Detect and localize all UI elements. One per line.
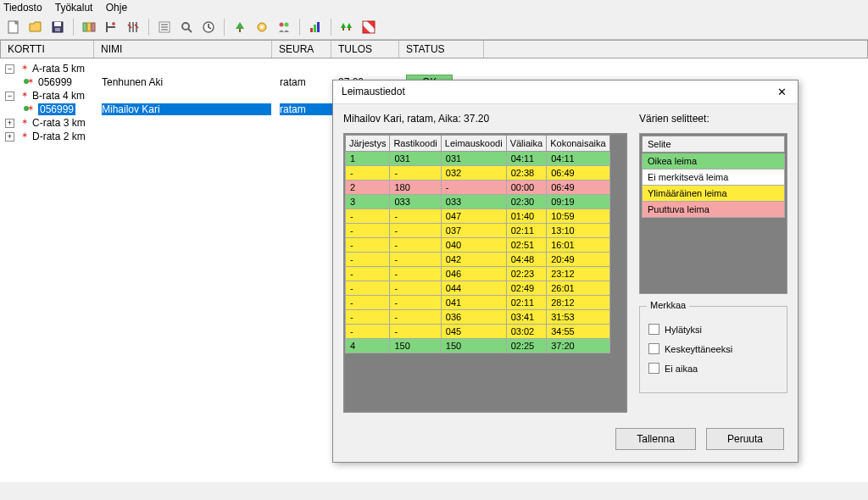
seura-value: ratam — [280, 103, 335, 115]
grid-row[interactable]: --04102:1128:12 — [346, 296, 610, 310]
svg-point-9 — [182, 23, 189, 30]
name-value: Tenhunen Aki — [102, 76, 271, 88]
header-kortti[interactable]: KORTTI — [1, 41, 94, 58]
course-icon — [18, 118, 30, 128]
expand-icon[interactable]: + — [5, 132, 14, 142]
tool3-icon[interactable] — [124, 18, 142, 36]
expand-icon[interactable]: + — [5, 119, 14, 128]
grid-row[interactable]: --04503:0234:55 — [346, 325, 610, 339]
grid-row[interactable]: --03702:1113:10 — [346, 224, 610, 238]
runner-icon — [24, 104, 36, 114]
svg-rect-18 — [317, 22, 320, 32]
kortti-value: 056999 — [38, 76, 72, 88]
course-icon — [18, 131, 30, 142]
chk-hylatyksi[interactable]: Hylätyksi — [648, 324, 778, 335]
dialog-title: Leimaustiedot — [342, 86, 405, 98]
expand-icon[interactable]: − — [5, 64, 14, 74]
menu-help[interactable]: Ohje — [106, 2, 127, 14]
runner-info: Mihailov Kari, ratam, Aika: 37.20 — [343, 113, 627, 125]
grid-row[interactable]: --04402:4926:01 — [346, 281, 610, 296]
course-icon — [18, 91, 30, 101]
grid-row[interactable]: --04602:2323:12 — [346, 267, 610, 281]
expand-icon[interactable]: − — [5, 92, 14, 101]
tree-green-icon[interactable] — [231, 18, 249, 36]
course-label: B-rata 4 km — [32, 90, 85, 102]
checkbox-icon[interactable] — [648, 324, 659, 335]
col-rasti[interactable]: Rastikoodi — [390, 136, 441, 152]
menu-tools[interactable]: Työkalut — [55, 2, 93, 14]
legend-item: Ylimääräinen leima — [642, 186, 785, 202]
legend-title: Värien selitteet: — [639, 113, 787, 125]
legend-box: Selite Oikea leimaEi merkitsevä leimaYli… — [639, 133, 787, 294]
chart-icon[interactable] — [306, 18, 325, 36]
runner-icon — [24, 77, 36, 87]
menu-file[interactable]: Tiedosto — [3, 2, 42, 14]
tree-course[interactable]: −A-rata 5 km — [3, 62, 865, 75]
tool2-icon[interactable] — [102, 18, 120, 36]
merkkaa-title: Merkkaa — [647, 300, 689, 310]
chk-keskeyttaneeksi[interactable]: Keskeyttäneeksi — [648, 343, 778, 354]
toolbar — [0, 15, 868, 40]
legend-item: Oikea leima — [642, 153, 785, 169]
col-vali[interactable]: Väliaika — [506, 136, 547, 152]
header-seura[interactable]: SEURA — [272, 41, 331, 58]
chk-eiaikaa[interactable]: Ei aikaa — [648, 363, 778, 374]
people-icon[interactable] — [275, 18, 293, 36]
grid-row[interactable]: --04701:4010:59 — [346, 209, 610, 224]
column-headers: KORTTI NIMI SEURA TULOS STATUS — [0, 40, 868, 58]
seura-value: ratam — [280, 76, 335, 88]
merkkaa-group: Merkkaa Hylätyksi Keskeyttäneeksi Ei aik… — [639, 306, 787, 393]
grid-row[interactable]: 2180-00:0006:49 — [346, 181, 610, 195]
flag-icon[interactable] — [359, 18, 378, 36]
punch-dialog: Leimaustiedot ✕ Mihailov Kari, ratam, Ai… — [332, 80, 798, 463]
svg-rect-4 — [83, 23, 86, 31]
header-status[interactable]: STATUS — [399, 41, 484, 58]
svg-rect-17 — [314, 25, 316, 32]
legend-header[interactable]: Selite — [642, 136, 785, 153]
grid-row[interactable]: --03202:3806:49 — [346, 166, 610, 181]
svg-rect-16 — [310, 28, 313, 32]
header-nimi[interactable]: NIMI — [94, 41, 272, 58]
open-icon[interactable] — [26, 18, 45, 36]
header-tulos[interactable]: TULOS — [331, 41, 399, 58]
close-icon[interactable]: ✕ — [774, 86, 789, 98]
svg-rect-11 — [239, 29, 241, 32]
checkbox-icon[interactable] — [648, 343, 659, 354]
punch-grid[interactable]: Järjestys Rastikoodi Leimauskoodi Väliai… — [343, 133, 627, 413]
kortti-value: 056999 — [38, 103, 75, 115]
svg-point-13 — [260, 25, 264, 29]
checkbox-icon[interactable] — [648, 363, 659, 374]
col-jarj[interactable]: Järjestys — [346, 136, 390, 152]
svg-rect-5 — [87, 23, 91, 31]
menu-bar: Tiedosto Työkalut Ohje — [0, 0, 868, 15]
cancel-button[interactable]: Peruuta — [706, 428, 784, 450]
tool1-icon[interactable] — [80, 18, 98, 36]
course-icon — [18, 64, 30, 74]
svg-rect-20 — [348, 28, 350, 31]
gear-icon[interactable] — [253, 18, 271, 36]
course-label: C-rata 3 km — [32, 117, 86, 129]
grid-row[interactable]: --04002:5116:01 — [346, 238, 610, 253]
name-value: Mihailov Kari — [102, 103, 271, 115]
save-icon[interactable] — [48, 18, 67, 36]
trees-icon[interactable] — [337, 18, 356, 36]
grid-row[interactable]: 103103104:1104:11 — [346, 152, 610, 166]
grid-row[interactable]: --04204:4820:49 — [346, 253, 610, 267]
course-label: D-rata 2 km — [32, 131, 86, 142]
grid-row[interactable]: 303303302:3009:19 — [346, 195, 610, 209]
grid-row[interactable]: --03603:4131:53 — [346, 310, 610, 325]
clock-icon[interactable] — [199, 18, 218, 36]
col-leimaus[interactable]: Leimauskoodi — [441, 136, 506, 152]
new-icon[interactable] — [4, 18, 23, 36]
grid-row[interactable]: 415015002:2537:20 — [346, 339, 610, 353]
legend-item: Ei merkitsevä leima — [642, 169, 785, 186]
course-label: A-rata 5 km — [32, 63, 85, 75]
svg-point-15 — [285, 23, 289, 27]
search-icon[interactable] — [177, 18, 196, 36]
save-button[interactable]: Tallenna — [615, 428, 696, 450]
list-icon[interactable] — [155, 18, 174, 36]
svg-point-14 — [280, 23, 284, 27]
svg-point-7 — [112, 22, 115, 25]
svg-rect-6 — [92, 23, 95, 31]
col-koko[interactable]: Kokonaisaika — [547, 136, 609, 152]
